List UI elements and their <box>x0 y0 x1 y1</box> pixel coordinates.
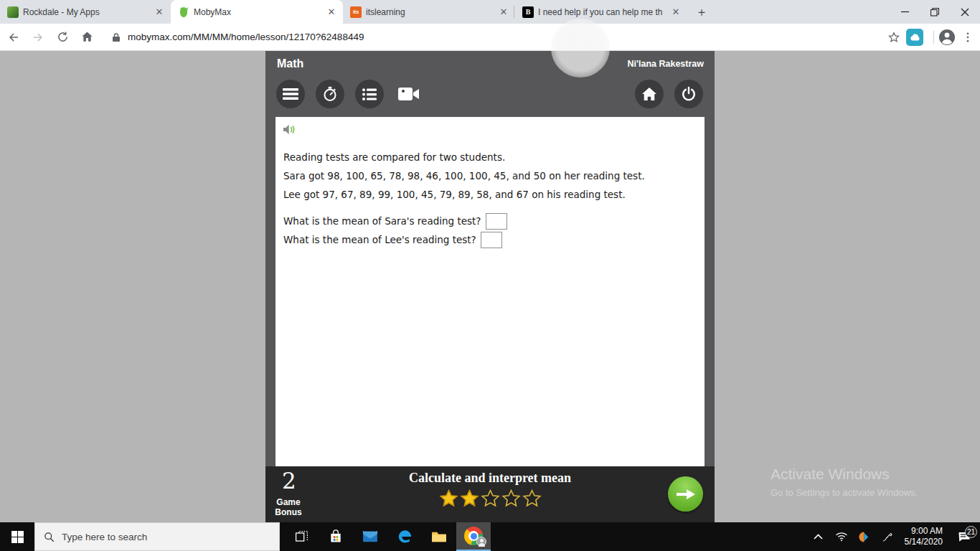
address-bar[interactable]: mobymax.com/MM/MM/home/lesson/12170?6248… <box>105 27 882 47</box>
windows-taskbar: Type here to search <box>0 522 980 551</box>
new-tab-button[interactable]: ＋ <box>693 4 710 21</box>
chrome-profile-badge-icon <box>476 537 486 547</box>
browser-toolbar: mobymax.com/MM/MM/home/lesson/12170?6248… <box>0 24 980 51</box>
toolbar-divider <box>933 31 934 44</box>
next-button[interactable] <box>668 476 703 512</box>
answer-input-sara[interactable] <box>486 213 507 230</box>
itslearning-favicon-icon: its <box>350 6 362 18</box>
windows-ink-pen-icon[interactable] <box>876 531 899 543</box>
edge-icon <box>397 529 413 545</box>
task-view-button[interactable] <box>284 522 319 551</box>
back-button[interactable] <box>3 27 24 48</box>
question-sara-mean: What is the mean of Sara's reading test? <box>283 212 481 230</box>
lesson-title: Calculate and interpret mean <box>265 471 715 486</box>
browser-home-button[interactable] <box>76 27 98 48</box>
problem-sara-scores: Sara got 98, 100, 65, 78, 98, 46, 100, 1… <box>283 166 697 185</box>
mail-button[interactable] <box>353 522 387 551</box>
watermark-line1: Activate Windows <box>771 466 918 483</box>
reload-button[interactable] <box>52 27 73 48</box>
star-icon <box>480 489 501 512</box>
tab-close-icon[interactable]: ✕ <box>498 6 509 18</box>
tab-title: I need help if you can help me th <box>538 7 666 17</box>
tab-close-icon[interactable]: ✕ <box>326 6 337 18</box>
mail-icon <box>362 530 378 543</box>
power-icon <box>681 86 697 102</box>
brainly-favicon-icon: B <box>522 6 534 18</box>
windows-logo-icon <box>11 531 24 543</box>
hamburger-icon <box>283 88 298 100</box>
activate-windows-watermark: Activate Windows Go to Settings to activ… <box>771 466 918 498</box>
tab-close-icon[interactable]: ✕ <box>154 6 165 18</box>
star-icon <box>459 489 480 512</box>
search-placeholder-text: Type here to search <box>62 532 147 542</box>
problem-content: Reading tests are compared for two stude… <box>275 117 705 466</box>
star-icon <box>501 489 522 512</box>
wifi-icon[interactable] <box>830 532 853 542</box>
forward-button[interactable] <box>27 27 49 48</box>
question-lee-mean: What is the mean of Lee's reading test? <box>283 230 476 249</box>
lock-icon <box>112 32 121 42</box>
file-explorer-button[interactable] <box>422 522 456 551</box>
profile-avatar-icon[interactable] <box>938 29 956 46</box>
home-button[interactable] <box>635 80 664 108</box>
filter-app-icon[interactable] <box>853 531 876 543</box>
tray-expand-chevron-icon[interactable] <box>807 534 830 540</box>
desktop-screen: Rockdale - My Apps ✕ MobyMax ✕ its itsle… <box>0 0 980 551</box>
tab-itslearning[interactable]: its itslearning ✕ <box>343 0 515 24</box>
url-text: mobymax.com/MM/MM/home/lesson/12170?6248… <box>128 32 364 42</box>
window-close-button[interactable] <box>950 0 980 24</box>
next-arrow-icon <box>677 489 695 500</box>
answer-input-lee[interactable] <box>481 232 502 248</box>
star-rating <box>265 489 715 512</box>
audio-speaker-icon[interactable] <box>283 124 296 135</box>
action-center-button[interactable]: 21 <box>948 531 980 542</box>
tab-close-icon[interactable]: ✕ <box>670 6 682 18</box>
star-icon <box>438 489 459 512</box>
clock-time: 9:00 AM <box>905 526 943 537</box>
menu-button[interactable] <box>276 80 305 108</box>
start-button[interactable] <box>0 522 34 551</box>
microsoft-store-button[interactable] <box>319 522 353 551</box>
bookmark-star-icon[interactable] <box>887 31 900 44</box>
system-tray: 9:00 AM 5/14/2020 21 <box>807 522 980 551</box>
extension-icon[interactable] <box>906 29 923 46</box>
task-view-icon <box>295 530 308 544</box>
search-icon <box>44 532 55 542</box>
logout-button[interactable] <box>674 80 703 108</box>
window-minimize-button[interactable] <box>890 0 920 24</box>
chrome-taskbar-button[interactable] <box>456 522 491 551</box>
list-icon <box>362 88 377 100</box>
tab-rockdale[interactable]: Rockdale - My Apps ✕ <box>0 0 171 24</box>
window-restore-button[interactable] <box>920 0 950 24</box>
clock-date: 5/14/2020 <box>905 537 943 547</box>
rockdale-favicon-icon <box>7 6 19 18</box>
mobymax-lesson-panel: Math Ni'lana Rakestraw Reading <box>265 51 715 522</box>
tab-title: itslearning <box>366 7 494 17</box>
store-bag-icon <box>329 529 343 544</box>
tab-brainly[interactable]: B I need help if you can help me th ✕ <box>515 0 687 24</box>
home-icon <box>641 87 657 101</box>
watermark-line2: Go to Settings to activate Windows. <box>771 487 918 498</box>
tab-mobymax[interactable]: MobyMax ✕ <box>171 0 343 24</box>
taskbar-clock[interactable]: 9:00 AM 5/14/2020 <box>899 526 948 547</box>
video-button[interactable] <box>395 80 423 108</box>
lesson-footer: 2 Game Bonus Calculate and interpret mea… <box>265 466 715 522</box>
toolbar-right <box>887 29 974 46</box>
video-camera-icon <box>398 86 420 102</box>
timer-button[interactable] <box>316 80 344 108</box>
problem-intro: Reading tests are compared for two stude… <box>283 148 697 166</box>
mobymax-favicon-icon <box>178 6 189 18</box>
browser-tab-strip: Rockdale - My Apps ✕ MobyMax ✕ its itsle… <box>0 0 980 24</box>
student-name: Ni'lana Rakestraw <box>628 59 705 69</box>
star-icon <box>522 489 542 512</box>
taskbar-search[interactable]: Type here to search <box>34 522 280 551</box>
lesson-list-button[interactable] <box>355 80 384 108</box>
tab-divider <box>514 6 514 18</box>
chrome-menu-icon[interactable] <box>961 31 974 44</box>
tab-title: MobyMax <box>194 7 321 17</box>
stopwatch-icon <box>322 86 338 102</box>
tab-title: Rockdale - My Apps <box>23 7 149 17</box>
edge-button[interactable] <box>387 522 422 551</box>
folder-icon <box>431 530 447 543</box>
notification-count-badge: 21 <box>965 526 977 538</box>
